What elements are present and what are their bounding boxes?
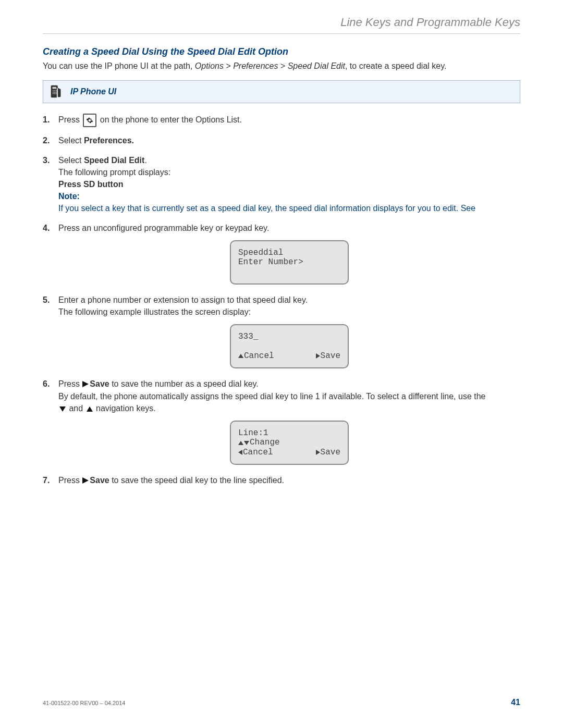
screen3-save: Save: [321, 448, 340, 457]
footer-rev: 41-001522-00 REV00 – 04.2014: [43, 700, 125, 706]
page-footer: 41-001522-00 REV00 – 04.2014 41: [43, 698, 520, 707]
lcd-screen-2: 333_ Cancel Save: [230, 324, 349, 368]
section-heading: Creating a Speed Dial Using the Speed Di…: [43, 46, 520, 57]
step6-and: and: [67, 404, 85, 413]
screen3-line: Line:1: [238, 428, 268, 438]
screen1-line2: Enter Number>: [238, 257, 303, 267]
svg-rect-0: [53, 87, 57, 89]
step2-preferences: Preferences.: [84, 136, 134, 145]
right-triangle-icon: [316, 450, 320, 455]
page-number: 41: [511, 698, 520, 707]
step2-select: Select: [58, 136, 84, 145]
svg-point-5: [54, 92, 55, 93]
options-gear-button: [83, 114, 96, 127]
step1-after: on the phone to enter the Options List.: [97, 116, 242, 125]
step-6: Press Save to save the number as a speed…: [43, 378, 520, 465]
step4-text: Press an unconfigured programmable key o…: [58, 224, 269, 232]
intro-prefix: You can use the IP phone UI at the path,: [43, 61, 195, 70]
step-4: Press an unconfigured programmable key o…: [43, 222, 520, 285]
note-text: If you select a key that is currently se…: [58, 204, 475, 213]
step-7: Press Save to save the speed dial key to…: [43, 474, 520, 486]
step-2: Select Preferences.: [43, 134, 520, 146]
step-3: Select Speed Dial Edit. The following pr…: [43, 154, 520, 215]
svg-point-3: [56, 91, 57, 92]
phone-icon: [48, 84, 64, 100]
step-5: Enter a phone number or extension to ass…: [43, 294, 520, 369]
step6-press: Press: [58, 379, 82, 388]
svg-point-7: [53, 93, 54, 94]
play-icon: [82, 381, 89, 387]
step6-line2a: By default, the phone automatically assi…: [58, 392, 485, 401]
step5-line1: Enter a phone number or extension to ass…: [58, 295, 308, 304]
step7-save: Save: [90, 476, 109, 485]
left-triangle-icon: [238, 450, 242, 455]
play-icon: [82, 477, 89, 484]
nav-down-icon: [59, 406, 66, 412]
step7-after: to save the speed dial key to the line s…: [109, 476, 284, 485]
step3-sdbtn: Press SD button: [58, 180, 123, 189]
screen2-save: Save: [321, 351, 340, 361]
lcd-screen-3: Line:1 Change Cancel Save: [230, 421, 349, 465]
callout-title: IP Phone UI: [70, 87, 116, 96]
intro-path: Options > Preferences > Speed Dial Edit: [195, 61, 345, 70]
step1-press: Press: [58, 116, 82, 125]
page: Line Keys and Programmable Keys Creating…: [0, 0, 563, 728]
step3-select: Select: [58, 156, 84, 165]
lcd-screen-1: Speeddial Enter Number>: [230, 240, 349, 285]
steps-list: Press on the phone to enter the Options …: [43, 114, 520, 486]
svg-point-8: [54, 93, 55, 94]
step6-after: to save the number as a speed dial key.: [109, 379, 259, 388]
step5-line2: The following example illustrates the sc…: [58, 307, 251, 316]
nav-up-icon: [87, 406, 93, 412]
intro-paragraph: You can use the IP phone UI at the path,…: [43, 60, 520, 72]
step-1: Press on the phone to enter the Options …: [43, 114, 520, 127]
step3-period: .: [144, 156, 146, 165]
step3-sde: Speed Dial Edit: [84, 156, 144, 165]
right-triangle-icon: [316, 353, 320, 359]
screen3-change: Change: [250, 438, 280, 447]
svg-point-2: [54, 91, 55, 92]
up-triangle-icon: [238, 441, 243, 445]
page-header: Line Keys and Programmable Keys: [43, 16, 520, 34]
svg-point-1: [53, 91, 54, 92]
step7-press: Press: [58, 476, 82, 485]
screen1-line1: Speeddial: [238, 248, 283, 257]
intro-suffix: , to create a speed dial key.: [345, 61, 446, 70]
step3-prompt: The following prompt displays:: [58, 168, 170, 177]
screen3-cancel: Cancel: [243, 448, 273, 457]
down-triangle-icon: [244, 441, 249, 445]
svg-point-9: [56, 93, 57, 94]
header-title: Line Keys and Programmable Keys: [340, 16, 520, 29]
note-label: Note:: [58, 192, 80, 201]
screen2-number: 333_: [238, 332, 258, 341]
screen2-cancel: Cancel: [244, 351, 274, 361]
up-triangle-icon: [238, 354, 243, 358]
step6-line2c: navigation keys.: [94, 404, 156, 413]
svg-point-6: [56, 92, 57, 93]
svg-point-4: [53, 92, 54, 93]
ip-phone-callout: IP Phone UI: [43, 80, 520, 103]
step6-save: Save: [90, 379, 109, 388]
